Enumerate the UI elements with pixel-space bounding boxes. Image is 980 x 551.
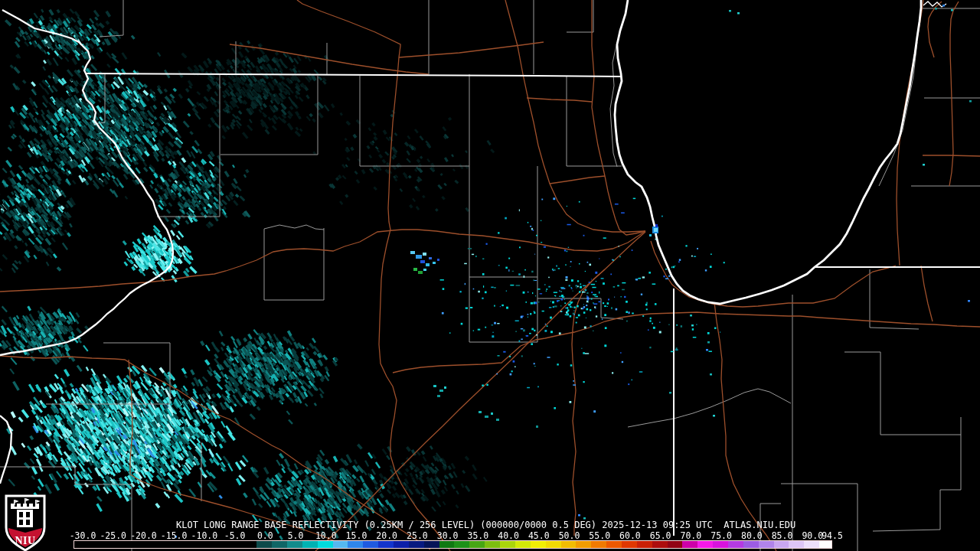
colorbar-tick: 35.0 (467, 530, 488, 541)
colorbar-tick: 80.0 (741, 530, 763, 541)
colorbar-segment (668, 541, 683, 548)
colorbar-segment (531, 541, 546, 548)
colorbar-tick: -30.0 (70, 530, 96, 541)
niu-logo-text: NIU (15, 535, 35, 546)
colorbar-segment (591, 541, 606, 548)
colorbar-segment (804, 541, 819, 548)
colorbar-segment (682, 541, 697, 548)
colorbar-segment (546, 541, 561, 548)
colorbar-tick: 85.0 (772, 530, 793, 541)
colorbar-tick: 10.0 (315, 530, 337, 541)
colorbar-segment (789, 541, 804, 548)
colorbar-tick: -5.0 (224, 530, 246, 541)
colorbar-tick: -20.0 (130, 530, 157, 541)
colorbar-segment (759, 541, 774, 548)
colorbar-segment (302, 541, 318, 548)
colorbar-tick-labels: -30.0-25.0-20.0-15.0-10.0-5.00.05.010.01… (0, 530, 980, 540)
colorbar-segment (485, 541, 500, 548)
colorbar-tick: 50.0 (559, 530, 580, 541)
colorbar-tick: 20.0 (376, 530, 397, 541)
colorbar-segment (272, 541, 287, 548)
colorbar-tick: 90.0 (802, 530, 823, 541)
colorbar-tick: -25.0 (100, 530, 126, 541)
colorbar-segment (652, 541, 668, 548)
colorbar-tick: 55.0 (589, 530, 610, 541)
colorbar-tick: 30.0 (437, 530, 459, 541)
colorbar-segment (287, 541, 302, 548)
radar-display: KLOT LONG RANGE BASE REFLECTIVITY (0.25K… (0, 0, 980, 551)
colorbar-tick: -10.0 (191, 530, 218, 541)
colorbar-segment (606, 541, 622, 548)
colorbar-tick: 0.0 (257, 530, 273, 541)
product-title: KLOT LONG RANGE BASE REFLECTIVITY (0.25K… (176, 520, 795, 530)
colorbar-segment (743, 541, 759, 548)
colorbar-segment (500, 541, 515, 548)
reflectivity-colorbar (74, 540, 832, 549)
colorbar-tick: 60.0 (619, 530, 641, 541)
colorbar-segment (409, 541, 424, 548)
colorbar-segment (454, 541, 469, 548)
colorbar-segment (424, 541, 439, 548)
niu-logo: NIU (4, 494, 47, 551)
colorbar-segment (348, 541, 363, 548)
colorbar-tick: 40.0 (498, 530, 519, 541)
colorbar-tick: 5.0 (288, 530, 304, 541)
radar-map-canvas (0, 0, 980, 551)
colorbar-segment (713, 541, 728, 548)
colorbar-tick: 45.0 (528, 530, 550, 541)
colorbar-segment (728, 541, 743, 548)
colorbar-segment (363, 541, 378, 548)
colorbar-tick: -15.0 (161, 530, 188, 541)
colorbar-segment (637, 541, 652, 548)
colorbar-segment (515, 541, 531, 548)
colorbar-segment (469, 541, 485, 548)
colorbar-tick: 70.0 (681, 530, 702, 541)
colorbar-tick: 25.0 (407, 530, 428, 541)
colorbar-segment (378, 541, 394, 548)
colorbar-segment (774, 541, 789, 548)
colorbar-tick: 75.0 (710, 530, 732, 541)
colorbar-segment (318, 541, 333, 548)
colorbar-tick: 94.5 (822, 530, 843, 541)
colorbar-segment (439, 541, 455, 548)
colorbar-tick: 15.0 (346, 530, 368, 541)
colorbar-segment (622, 541, 637, 548)
colorbar-segment (561, 541, 577, 548)
colorbar-segment (819, 541, 831, 548)
colorbar-segment (576, 541, 591, 548)
colorbar-segment (697, 541, 713, 548)
colorbar-tick: 65.0 (650, 530, 671, 541)
colorbar-segment (256, 541, 272, 548)
colorbar-segment (333, 541, 348, 548)
colorbar-segment (394, 541, 409, 548)
